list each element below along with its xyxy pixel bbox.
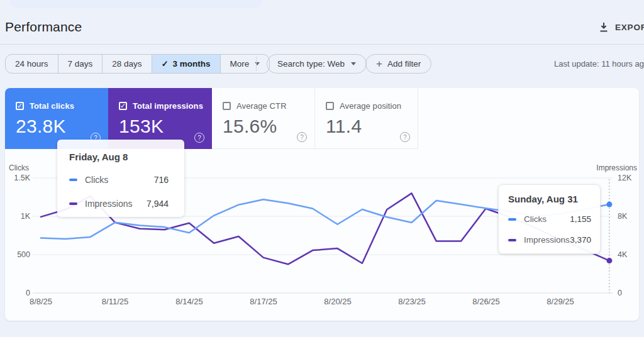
tooltip-series-value: 3,370 bbox=[570, 235, 591, 245]
tooltip-title: Sunday, Aug 31 bbox=[508, 194, 578, 204]
impressions-swatch-icon bbox=[508, 239, 516, 241]
plus-icon: + bbox=[376, 58, 382, 69]
clicks-swatch-icon bbox=[508, 218, 516, 221]
range-3-months[interactable]: ✓ 3 months bbox=[152, 55, 221, 73]
tooltip-series-value: 1,155 bbox=[570, 214, 591, 224]
chart-tooltip-aug31: Sunday, Aug 31 Clicks 1,155 Impressions … bbox=[498, 184, 601, 254]
tooltip-series-label: Clicks bbox=[524, 214, 547, 224]
range-more-dropdown[interactable]: More bbox=[221, 55, 270, 73]
header-divider bbox=[0, 44, 644, 45]
tooltip-series-value: 7,944 bbox=[147, 199, 169, 209]
metric-value: 15.6% bbox=[223, 116, 277, 137]
help-icon[interactable]: ? bbox=[297, 132, 307, 142]
help-icon[interactable]: ? bbox=[400, 132, 410, 142]
download-icon bbox=[599, 22, 609, 33]
date-range-segmented-control: 24 hours 7 days 28 days ✓ 3 months More bbox=[5, 54, 270, 74]
clicks-swatch-icon bbox=[69, 179, 77, 181]
range-7-days[interactable]: 7 days bbox=[58, 55, 103, 73]
checkbox-total-clicks[interactable]: ✓ bbox=[16, 102, 24, 110]
search-type-dropdown[interactable]: Search type: Web bbox=[267, 54, 367, 74]
metric-tile-average-ctr[interactable]: Average CTR 15.6% ? bbox=[212, 88, 315, 149]
metric-value: 11.4 bbox=[326, 116, 362, 137]
tooltip-series-value: 716 bbox=[154, 175, 169, 185]
top-panel-edge bbox=[9, 0, 263, 8]
tooltip-series-label: Impressions bbox=[524, 235, 570, 245]
last-update-text: Last update: 11 hours ago bbox=[554, 59, 644, 69]
metric-label: Total clicks bbox=[30, 101, 74, 111]
help-icon[interactable]: ? bbox=[194, 133, 204, 143]
filter-separator bbox=[256, 57, 257, 71]
caret-down-icon bbox=[351, 62, 356, 65]
metric-label: Average position bbox=[340, 101, 401, 111]
check-icon: ✓ bbox=[162, 59, 169, 69]
metric-label: Total impressions bbox=[133, 101, 203, 111]
chart-tooltip-aug8: Friday, Aug 8 Clicks 716 Impressions 7,9… bbox=[57, 140, 184, 217]
tooltip-title: Friday, Aug 8 bbox=[69, 152, 128, 162]
metric-label: Average CTR bbox=[236, 101, 287, 111]
add-filter-button[interactable]: + Add filter bbox=[365, 54, 431, 74]
metric-value: 23.8K bbox=[16, 116, 66, 137]
range-24-hours[interactable]: 24 hours bbox=[6, 55, 58, 73]
tooltip-series-label: Impressions bbox=[85, 199, 132, 209]
metric-value: 153K bbox=[119, 116, 164, 137]
checkbox-average-position[interactable] bbox=[326, 102, 334, 110]
export-label: EXPORT bbox=[615, 23, 644, 32]
checkbox-average-ctr[interactable] bbox=[223, 102, 231, 110]
page-title: Performance bbox=[5, 19, 82, 35]
impressions-swatch-icon bbox=[69, 202, 77, 205]
tooltip-series-label: Clicks bbox=[85, 175, 108, 185]
export-button[interactable]: EXPORT bbox=[599, 20, 644, 34]
range-28-days[interactable]: 28 days bbox=[103, 55, 152, 73]
metric-tile-average-position[interactable]: Average position 11.4 ? bbox=[315, 88, 418, 149]
checkbox-total-impressions[interactable]: ✓ bbox=[119, 102, 127, 110]
